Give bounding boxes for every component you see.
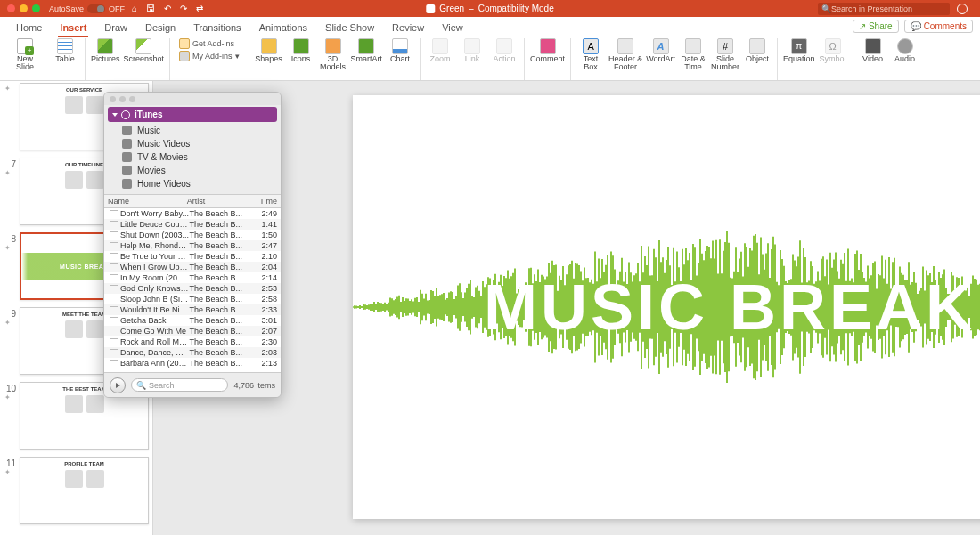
track-row[interactable]: Dance, Dance, Da...The Beach B...2:03	[104, 347, 281, 358]
shapes-button[interactable]: Shapes	[255, 38, 283, 63]
chart-button[interactable]: Chart	[386, 38, 414, 63]
category-item[interactable]: TV & Movies	[108, 150, 277, 164]
comments-button[interactable]: 💬Comments	[904, 20, 973, 33]
header-footer-button[interactable]: Header & Footer	[608, 38, 642, 71]
store-icon	[179, 38, 190, 49]
symbol-button: ΩSymbol	[819, 38, 847, 63]
track-row[interactable]: Wouldn't It Be Nic...The Beach B...2:33	[104, 304, 281, 315]
track-list[interactable]: Don't Worry Baby...The Beach B...2:49Lit…	[104, 208, 281, 372]
save-icon[interactable]: 🖫	[146, 4, 155, 13]
panel-close-icon[interactable]	[110, 96, 116, 102]
search-input[interactable]: 🔍 Search in Presentation	[818, 3, 950, 15]
slide-thumbnail[interactable]: PROFILE TEAM	[20, 457, 149, 524]
comment-icon: 💬	[911, 21, 921, 31]
tab-home[interactable]: Home	[7, 19, 51, 36]
3dmodels-button[interactable]: 3D Models	[319, 38, 347, 71]
track-row[interactable]: Shut Down (2003...The Beach B...1:50	[104, 230, 281, 240]
itunes-media-panel: iTunes MusicMusic VideosTV & MoviesMovie…	[103, 92, 282, 398]
comment-bubble-icon	[540, 38, 556, 54]
track-row[interactable]: Help Me, Rhonda (...The Beach B...2:47	[104, 240, 281, 251]
icons-button[interactable]: Icons	[287, 38, 315, 63]
comment-button[interactable]: Comment	[530, 38, 565, 63]
window-controls	[7, 4, 40, 12]
item-count: 4,786 items	[233, 381, 275, 390]
category-icon	[122, 179, 132, 189]
autosave-state: OFF	[109, 4, 125, 13]
panel-max-icon[interactable]	[129, 96, 135, 102]
tab-animations[interactable]: Animations	[250, 19, 316, 36]
audio-icon	[897, 38, 913, 54]
minimize-window[interactable]	[20, 4, 28, 12]
track-row[interactable]: Getcha BackThe Beach B...3:01	[104, 315, 281, 326]
category-item[interactable]: Music	[108, 124, 277, 137]
video-button[interactable]: Video	[859, 38, 887, 63]
pictures-button[interactable]: Pictures	[91, 38, 120, 63]
media-search-input[interactable]: 🔍 Search	[131, 378, 228, 392]
slide-canvas[interactable]: MUSIC BREAK	[353, 95, 980, 519]
media-source-selector[interactable]: iTunes	[108, 107, 277, 122]
track-header: Name Artist Time	[104, 194, 281, 208]
category-item[interactable]: Music Videos	[108, 137, 277, 150]
close-window[interactable]	[7, 4, 15, 12]
track-row[interactable]: Little Deuce Coup...The Beach B...1:41	[104, 219, 281, 230]
screenshot-button[interactable]: Screenshot	[124, 38, 165, 63]
symbol-icon: Ω	[825, 38, 841, 54]
track-row[interactable]: Barbara Ann (200...The Beach B...2:13	[104, 358, 281, 369]
tab-design[interactable]: Design	[136, 19, 184, 36]
tab-draw[interactable]: Draw	[95, 19, 136, 36]
category-item[interactable]: Movies	[108, 164, 277, 177]
track-row[interactable]: Come Go With MeThe Beach B...2:07	[104, 326, 281, 336]
tab-review[interactable]: Review	[383, 19, 433, 36]
track-row[interactable]: Don't Worry Baby...The Beach B...2:49	[104, 208, 281, 219]
slidenumber-button[interactable]: #Slide Number	[711, 38, 739, 71]
undo-icon[interactable]: ↶	[164, 4, 171, 13]
track-row[interactable]: Be True to Your Sc...The Beach B...2:10	[104, 251, 281, 262]
autosave-toggle[interactable]: AutoSave OFF	[49, 4, 125, 13]
audio-button[interactable]: Audio	[891, 38, 919, 63]
play-button[interactable]	[110, 377, 126, 393]
smartart-button[interactable]: SmartArt	[351, 38, 383, 63]
object-icon	[749, 38, 765, 54]
equation-button[interactable]: πEquation	[783, 38, 815, 63]
wordart-icon: A	[653, 38, 669, 54]
track-row[interactable]: Rock and Roll MusicThe Beach B...2:30	[104, 336, 281, 347]
panel-min-icon[interactable]	[119, 96, 126, 102]
document-title: Green – Compatibility Mode	[426, 4, 553, 13]
search-icon: 🔍	[136, 381, 146, 390]
slide-title: MUSIC BREAK	[484, 271, 976, 344]
thumb-number: 9✦	[4, 307, 16, 375]
equation-icon: π	[791, 38, 807, 54]
track-row[interactable]: When I Grow Up (...The Beach B...2:04	[104, 262, 281, 272]
calendar-icon	[685, 38, 701, 54]
addins-icon	[179, 51, 190, 61]
track-row[interactable]: Sloop John B (Sin...The Beach B...2:58	[104, 294, 281, 304]
datetime-button[interactable]: Date & Time	[679, 38, 707, 71]
category-icon	[122, 166, 132, 175]
my-addins-button[interactable]: My Add-ins▾	[179, 51, 240, 61]
col-time[interactable]: Time	[250, 195, 281, 207]
share-button[interactable]: ↗Share	[853, 20, 899, 33]
thumb-number: ✦	[4, 83, 16, 150]
object-button[interactable]: Object	[743, 38, 772, 63]
tab-insert[interactable]: Insert	[51, 19, 95, 36]
tab-slideshow[interactable]: Slide Show	[316, 19, 383, 36]
wordart-button[interactable]: AWordArt	[646, 38, 675, 63]
media-search-placeholder: Search	[149, 381, 175, 390]
redo-icon[interactable]: ↷	[180, 4, 187, 13]
qat-customize-icon[interactable]: ⇄	[196, 4, 203, 13]
col-name[interactable]: Name	[104, 195, 184, 207]
track-row[interactable]: God Only Knows (...The Beach B...2:53	[104, 283, 281, 294]
col-artist[interactable]: Artist	[184, 195, 250, 207]
home-icon[interactable]: ⌂	[132, 4, 137, 13]
category-item[interactable]: Home Videos	[108, 177, 277, 190]
new-slide-button[interactable]: New Slide	[11, 38, 39, 71]
maximize-window[interactable]	[32, 4, 40, 12]
link-button: Link	[458, 38, 486, 63]
get-addins-button[interactable]: Get Add-ins	[179, 38, 240, 49]
textbox-button[interactable]: AText Box	[576, 38, 605, 71]
tab-view[interactable]: View	[433, 19, 472, 36]
tab-transitions[interactable]: Transitions	[184, 19, 249, 36]
user-account-icon[interactable]	[957, 4, 968, 14]
table-button[interactable]: Table	[51, 38, 79, 63]
track-row[interactable]: In My Room (2001...The Beach B...2:14	[104, 272, 281, 283]
